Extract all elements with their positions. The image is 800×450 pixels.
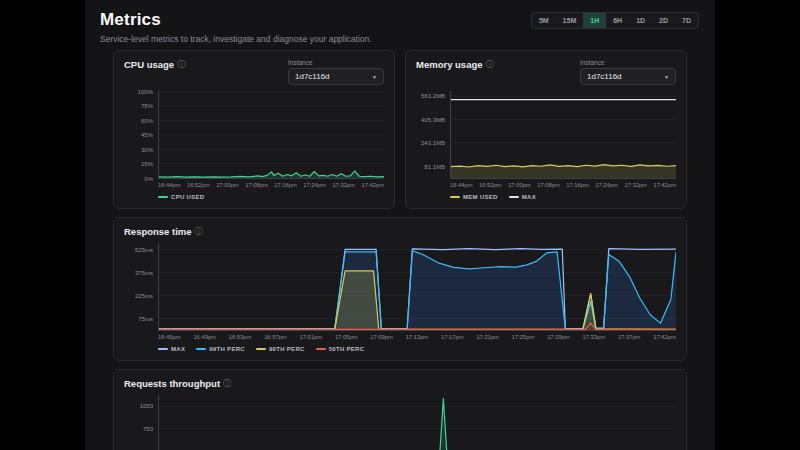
- y-tick-label: 1050: [140, 403, 153, 409]
- response-legend: MAX99TH PERC90TH PERC50TH PERC: [158, 346, 676, 352]
- y-tick-label: 100%: [138, 89, 153, 95]
- cpu-chart: 100%75%60%45%30%15%0% 16:44pm16:52pm17:0…: [124, 91, 384, 200]
- y-tick-label: 405.3MB: [421, 117, 445, 123]
- info-icon[interactable]: ⓘ: [223, 378, 231, 389]
- info-icon[interactable]: ⓘ: [195, 226, 203, 237]
- x-tick-label: 16:44pm: [158, 182, 181, 188]
- response-card-title: Response time ⓘ: [124, 226, 203, 237]
- legend-label: MAX: [171, 346, 185, 352]
- x-tick-label: 17:37pm: [618, 334, 641, 340]
- x-tick-label: 17:42pm: [361, 182, 384, 188]
- info-icon[interactable]: ⓘ: [177, 59, 185, 70]
- x-tick-label: 17:00pm: [508, 182, 531, 188]
- requests-card-header: Requests throughput ⓘ: [124, 378, 676, 389]
- x-tick-label: 16:52pm: [479, 182, 502, 188]
- response-time-card: Response time ⓘ 525ms375ms225ms75ms 16:4…: [113, 217, 687, 361]
- cpu-card-title-text: CPU usage: [124, 59, 174, 70]
- memory-plot-area[interactable]: [450, 91, 676, 179]
- x-tick-label: 17:24pm: [595, 182, 618, 188]
- time-range-5m-button[interactable]: 5M: [532, 13, 556, 28]
- top-cards-row: CPU usage ⓘ Instance 1d7c116d ▼ 100%75%6…: [113, 50, 687, 209]
- legend-label: CPU USED: [171, 194, 204, 200]
- response-x-axis: 16:45pm16:49pm16:53pm16:57pm17:01pm17:05…: [158, 331, 676, 340]
- y-tick-label: 15%: [141, 161, 153, 167]
- legend-swatch-icon: [158, 196, 168, 198]
- response-plot-area[interactable]: [158, 243, 676, 331]
- requests-plot-area[interactable]: [158, 395, 676, 450]
- cpu-card-header: CPU usage ⓘ Instance 1d7c116d ▼: [124, 59, 384, 85]
- time-range-15m-button[interactable]: 15M: [556, 13, 584, 28]
- legend-label: 50TH PERC: [329, 346, 365, 352]
- instance-value: 1d7c116d: [295, 72, 330, 81]
- chevron-down-icon: ▼: [372, 74, 377, 80]
- memory-card-title: Memory usage ⓘ: [416, 59, 494, 70]
- response-time-chart: 525ms375ms225ms75ms 16:45pm16:49pm16:53p…: [124, 243, 676, 352]
- requests-y-axis: 1050750: [124, 395, 158, 450]
- legend-item: MAX: [158, 346, 185, 352]
- legend-swatch-icon: [256, 348, 266, 350]
- chevron-down-icon: ▼: [664, 74, 669, 80]
- legend-item: MAX: [509, 194, 536, 200]
- legend-item: MEM USED: [450, 194, 498, 200]
- time-range-selector: 5M15M1H6H1D2D7D: [531, 12, 699, 29]
- requests-throughput-chart: 1050750: [124, 395, 676, 450]
- x-tick-label: 17:32pm: [624, 182, 647, 188]
- time-range-1h-button[interactable]: 1H: [583, 13, 606, 28]
- x-tick-label: 17:09pm: [370, 334, 393, 340]
- memory-chart: 563.2MB405.3MB243.1MB81.1MB 16:44pm16:52…: [416, 91, 676, 200]
- x-tick-label: 17:08pm: [245, 182, 268, 188]
- requests-card-title-text: Requests throughput: [124, 378, 220, 389]
- time-range-1d-button[interactable]: 1D: [629, 13, 652, 28]
- x-tick-label: 17:13pm: [406, 334, 429, 340]
- memory-usage-card: Memory usage ⓘ Instance 1d7c116d ▼ 563.2…: [405, 50, 687, 209]
- y-tick-label: 375ms: [135, 270, 153, 276]
- x-tick-label: 17:16pm: [566, 182, 589, 188]
- cpu-x-axis: 16:44pm16:52pm17:00pm17:08pm17:16pm17:24…: [158, 179, 384, 188]
- memory-card-title-text: Memory usage: [416, 59, 483, 70]
- x-tick-label: 17:21pm: [476, 334, 499, 340]
- memory-legend: MEM USEDMAX: [450, 194, 676, 200]
- cpu-plot-area[interactable]: [158, 91, 384, 179]
- y-tick-label: 750: [143, 426, 153, 432]
- y-tick-label: 30%: [141, 147, 153, 153]
- memory-instance-selector: Instance 1d7c116d ▼: [580, 59, 676, 85]
- time-range-6h-button[interactable]: 6H: [606, 13, 629, 28]
- time-range-2d-button[interactable]: 2D: [652, 13, 675, 28]
- cpu-usage-card: CPU usage ⓘ Instance 1d7c116d ▼ 100%75%6…: [113, 50, 395, 209]
- legend-swatch-icon: [196, 348, 206, 350]
- x-tick-label: 17:29pm: [547, 334, 570, 340]
- x-tick-label: 17:33pm: [583, 334, 606, 340]
- info-icon[interactable]: ⓘ: [486, 59, 494, 70]
- time-range-7d-button[interactable]: 7D: [675, 13, 698, 28]
- x-tick-label: 16:57pm: [264, 334, 287, 340]
- page-subtitle: Service-level metrics to track, investig…: [100, 34, 372, 44]
- x-tick-label: 17:25pm: [512, 334, 535, 340]
- response-card-title-text: Response time: [124, 226, 192, 237]
- memory-y-axis: 563.2MB405.3MB243.1MB81.1MB: [416, 91, 450, 179]
- y-tick-label: 45%: [141, 132, 153, 138]
- cards-area: CPU usage ⓘ Instance 1d7c116d ▼ 100%75%6…: [85, 48, 715, 450]
- legend-label: MEM USED: [463, 194, 498, 200]
- instance-select[interactable]: 1d7c116d ▼: [580, 68, 676, 85]
- cpu-legend: CPU USED: [158, 194, 384, 200]
- x-tick-label: 17:16pm: [274, 182, 297, 188]
- cpu-y-axis: 100%75%60%45%30%15%0%: [124, 91, 158, 179]
- x-tick-label: 17:42pm: [653, 334, 676, 340]
- x-tick-label: 17:32pm: [332, 182, 355, 188]
- page-title: Metrics: [100, 10, 372, 30]
- legend-swatch-icon: [158, 348, 168, 350]
- cpu-card-title: CPU usage ⓘ: [124, 59, 185, 70]
- page-header-text: Metrics Service-level metrics to track, …: [100, 10, 372, 44]
- y-tick-label: 81.1MB: [424, 164, 445, 170]
- cpu-instance-selector: Instance 1d7c116d ▼: [288, 59, 384, 85]
- x-tick-label: 16:44pm: [450, 182, 473, 188]
- instance-select[interactable]: 1d7c116d ▼: [288, 68, 384, 85]
- legend-item: 50TH PERC: [316, 346, 365, 352]
- legend-label: MAX: [522, 194, 536, 200]
- legend-swatch-icon: [509, 196, 519, 198]
- y-tick-label: 75ms: [138, 316, 153, 322]
- response-card-header: Response time ⓘ: [124, 226, 676, 237]
- x-tick-label: 16:45pm: [158, 334, 181, 340]
- x-tick-label: 16:53pm: [229, 334, 252, 340]
- y-tick-label: 243.1MB: [421, 140, 445, 146]
